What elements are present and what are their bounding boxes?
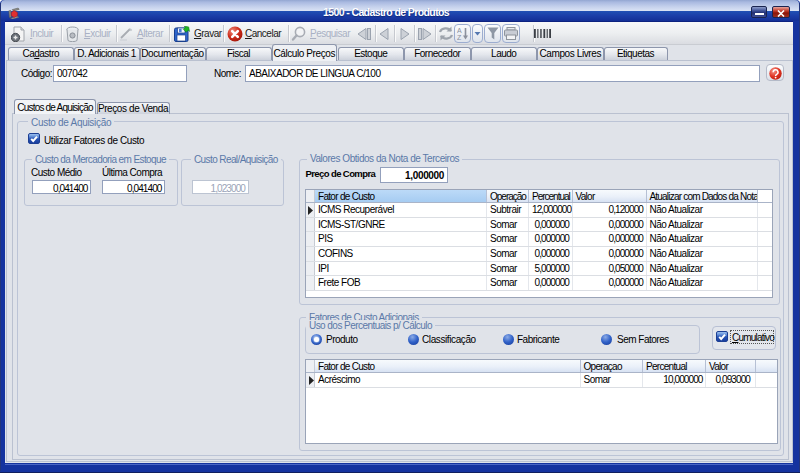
svg-text:A: A bbox=[457, 27, 462, 34]
svg-text:Z: Z bbox=[457, 34, 462, 41]
